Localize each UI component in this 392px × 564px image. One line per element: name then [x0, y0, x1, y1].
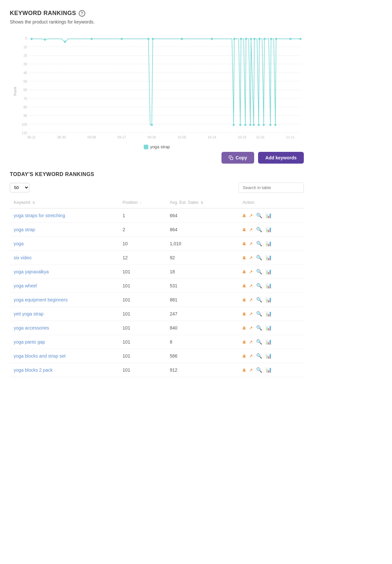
copy-button[interactable]: Copy [221, 152, 254, 164]
amazon-icon[interactable]: a [243, 367, 246, 373]
add-keywords-button[interactable]: Add keywords [258, 152, 304, 164]
amazon-icon[interactable]: a [243, 325, 246, 331]
ranking-chart: Rank 0 10 20 30 40 50 60 70 80 90 100 [10, 31, 304, 142]
help-icon[interactable]: ? [79, 10, 85, 17]
search-rank-icon[interactable]: 🔍 [256, 325, 262, 331]
search-rank-icon[interactable]: 🔍 [256, 353, 262, 359]
avg-sales-cell: 92 [166, 251, 239, 265]
page-subtitle: Shows the product rankings for keywords. [10, 19, 304, 24]
chart-icon[interactable]: 📊 [266, 325, 272, 331]
keyword-link[interactable]: yoga straps for stretching [14, 213, 65, 218]
action-cell: a ↗︎ 🔍 📊 [239, 237, 304, 251]
col-position[interactable]: Position ↑ [119, 197, 166, 208]
action-icons: a ↗︎ 🔍 📊 [243, 311, 300, 317]
copy-label: Copy [236, 155, 247, 160]
search-rank-icon[interactable]: 🔍 [256, 241, 262, 247]
svg-point-62 [275, 38, 277, 40]
keyword-link[interactable]: yoga blocks 2 pack [14, 367, 53, 373]
action-cell: a ↗︎ 🔍 📊 [239, 208, 304, 223]
avg-sales-cell: 664 [166, 208, 239, 223]
col-keyword[interactable]: Keyword ⇅ [10, 197, 119, 208]
col-avg-sales[interactable]: Avg. Est. Sales ⇅ [166, 197, 239, 208]
search-rank-icon[interactable]: 🔍 [256, 227, 262, 233]
keyword-link[interactable]: yeti yoga strap [14, 311, 43, 316]
keyword-link[interactable]: six video [14, 255, 31, 260]
amazon-icon[interactable]: a [243, 227, 246, 233]
search-rank-icon[interactable]: 🔍 [256, 311, 262, 317]
keyword-link[interactable]: yoga wheel [14, 283, 37, 288]
chart-icon[interactable]: 📊 [266, 227, 272, 233]
copy-icon [229, 155, 233, 160]
search-input[interactable] [238, 183, 304, 193]
action-icons: a ↗︎ 🔍 📊 [243, 283, 300, 289]
external-link-icon[interactable]: ↗︎ [249, 339, 253, 345]
amazon-icon[interactable]: a [243, 283, 246, 289]
amazon-icon[interactable]: a [243, 241, 246, 247]
action-cell: a ↗︎ 🔍 📊 [239, 265, 304, 279]
keyword-link[interactable]: yoga accessories [14, 325, 49, 330]
action-cell: a ↗︎ 🔍 📊 [239, 251, 304, 265]
action-icons: a ↗︎ 🔍 📊 [243, 255, 300, 261]
amazon-icon[interactable]: a [243, 339, 246, 345]
svg-text:10-14: 10-14 [208, 135, 216, 139]
position-cell: 12 [119, 251, 166, 265]
keyword-link[interactable]: yoga yajnavalkya [14, 269, 49, 274]
svg-text:09-26: 09-26 [148, 135, 156, 139]
svg-point-63 [289, 38, 291, 40]
chart-icon[interactable]: 📊 [266, 283, 272, 289]
search-rank-icon[interactable]: 🔍 [256, 213, 262, 218]
svg-text:08-30: 08-30 [57, 135, 66, 139]
keyword-link[interactable]: yoga pants gap [14, 339, 45, 345]
amazon-icon[interactable]: a [243, 269, 246, 275]
search-rank-icon[interactable]: 🔍 [256, 367, 262, 373]
position-cell: 2 [119, 223, 166, 237]
search-rank-icon[interactable]: 🔍 [256, 339, 262, 345]
chart-legend: yoga strap [10, 144, 304, 149]
search-rank-icon[interactable]: 🔍 [256, 269, 262, 275]
action-icons: a ↗︎ 🔍 📊 [243, 353, 300, 359]
action-cell: a ↗︎ 🔍 📊 [239, 335, 304, 349]
avg-sales-cell: 881 [166, 293, 239, 307]
chart-icon[interactable]: 📊 [266, 269, 272, 275]
chart-icon[interactable]: 📊 [266, 339, 272, 345]
external-link-icon[interactable]: ↗︎ [249, 311, 253, 316]
amazon-icon[interactable]: a [243, 311, 246, 317]
sort-icon-sales: ⇅ [201, 201, 203, 204]
keyword-link[interactable]: yoga equipment beginners [14, 297, 68, 302]
keyword-cell: yoga yajnavalkya [10, 265, 119, 279]
external-link-icon[interactable]: ↗︎ [249, 297, 253, 302]
amazon-icon[interactable]: a [243, 213, 246, 218]
external-link-icon[interactable]: ↗︎ [249, 353, 253, 359]
svg-point-42 [152, 38, 154, 40]
external-link-icon[interactable]: ↗︎ [249, 255, 253, 260]
search-rank-icon[interactable]: 🔍 [256, 283, 262, 289]
external-link-icon[interactable]: ↗︎ [249, 325, 253, 330]
external-link-icon[interactable]: ↗︎ [249, 213, 253, 218]
external-link-icon[interactable]: ↗︎ [249, 227, 253, 232]
per-page-select[interactable]: 50 25 100 [10, 183, 29, 192]
amazon-icon[interactable]: a [243, 297, 246, 303]
search-rank-icon[interactable]: 🔍 [256, 255, 262, 261]
amazon-icon[interactable]: a [243, 353, 246, 359]
position-cell: 10 [119, 237, 166, 251]
external-link-icon[interactable]: ↗︎ [249, 241, 253, 246]
chart-icon[interactable]: 📊 [266, 311, 272, 317]
chart-icon[interactable]: 📊 [266, 367, 272, 373]
external-link-icon[interactable]: ↗︎ [249, 283, 253, 288]
action-icons: a ↗︎ 🔍 📊 [243, 325, 300, 331]
chart-icon[interactable]: 📊 [266, 213, 272, 218]
chart-icon[interactable]: 📊 [266, 353, 272, 359]
search-rank-icon[interactable]: 🔍 [256, 297, 262, 303]
external-link-icon[interactable]: ↗︎ [249, 269, 253, 274]
chart-icon[interactable]: 📊 [266, 297, 272, 303]
chart-icon[interactable]: 📊 [266, 255, 272, 261]
keyword-link[interactable]: yoga blocks and strap set [14, 353, 66, 359]
keyword-link[interactable]: yoga strap [14, 227, 35, 232]
keyword-link[interactable]: yoga [14, 241, 24, 246]
table-row: yoga accessories 101 840 a ↗︎ 🔍 📊 [10, 321, 304, 335]
chart-icon[interactable]: 📊 [266, 241, 272, 247]
amazon-icon[interactable]: a [243, 255, 246, 261]
external-link-icon[interactable]: ↗︎ [249, 367, 253, 373]
page-container: KEYWORD RANKINGS ? Shows the product ran… [0, 0, 314, 387]
col-position-label: Position [122, 200, 138, 205]
